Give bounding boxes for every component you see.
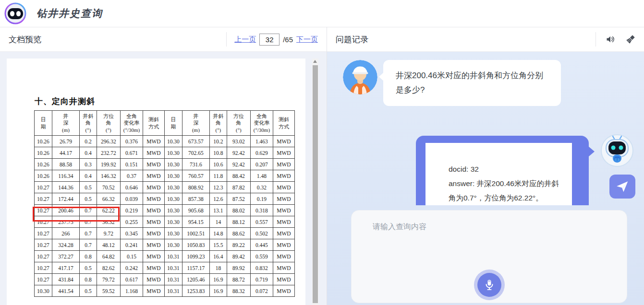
table-cell: 1050.83 <box>182 239 209 251</box>
table-cell: 0.502 <box>250 228 273 239</box>
send-button[interactable] <box>609 175 635 199</box>
table-cell: 10.31 <box>164 285 182 297</box>
table-cell: 44.17 <box>52 147 79 159</box>
bot-avatar-robot-icon: ((·)) <box>600 133 634 168</box>
table-cell: 88.42 <box>227 170 250 182</box>
table-cell: 10.30 <box>164 159 182 170</box>
table-cell: 9.72 <box>97 228 120 239</box>
table-cell: 10.6 <box>210 159 227 170</box>
table-cell: 0.376 <box>120 136 143 147</box>
bot-answer-bubble: docid: 32 answer: 井深200.46米对应的井斜角为0.7°，方… <box>416 136 589 205</box>
send-icon <box>616 180 629 193</box>
table-cell: 116.34 <box>52 170 79 182</box>
table-cell: 144.36 <box>52 182 79 193</box>
scroll-up-icon[interactable] <box>313 60 317 63</box>
table-cell: 0.19 <box>250 193 273 205</box>
table-cell: MWD <box>143 251 164 262</box>
table-cell: 0.4 <box>80 147 97 159</box>
table-cell: 10.30 <box>164 182 182 193</box>
table-cell: 92.42 <box>227 159 250 170</box>
prev-page-link[interactable]: 上一页 <box>234 35 256 44</box>
table-row: 10.2644.170.4232.720.671MWD10.30702.6510… <box>35 147 295 159</box>
table-cell: 89.92 <box>227 262 250 274</box>
table-cell: 10.27 <box>35 262 52 274</box>
table-cell: 10.30 <box>164 170 182 182</box>
survey-table-head-row: 日 期井 深 (m)井斜 角 (°)方位 角 (°)全角 变化率 (°/30m)… <box>35 111 295 136</box>
table-row: 10.30441.540.559.521.168MWD10.311253.831… <box>35 285 295 297</box>
table-cell: 0.345 <box>120 228 143 239</box>
table-cell: 13.1 <box>210 205 227 216</box>
table-cell: 10.2 <box>210 136 227 147</box>
bot-answer-line: answer: 井深200.46米对应的井斜角为0.7°，方位角为62.22°。 <box>449 176 565 205</box>
table-cell: 88.62 <box>227 228 250 239</box>
column-header: 测斜 方式 <box>143 111 164 136</box>
table-cell: 10.27 <box>35 216 52 228</box>
table-cell: 10.26 <box>35 170 52 182</box>
table-cell: 88.12 <box>227 216 250 228</box>
bot-answer-content: docid: 32 answer: 井深200.46米对应的井斜角为0.7°，方… <box>425 143 572 205</box>
column-header: 日 期 <box>35 111 52 136</box>
table-cell: 10.30 <box>164 136 182 147</box>
volume-icon[interactable] <box>606 35 615 44</box>
table-cell: 16.9 <box>210 285 227 297</box>
scrollbar-thumb[interactable] <box>313 65 318 303</box>
table-cell: 88.58 <box>52 159 79 170</box>
table-cell: 1253.83 <box>182 285 209 297</box>
table-cell: 89.42 <box>227 251 250 262</box>
table-cell: 66.32 <box>97 193 120 205</box>
table-cell: 88.72 <box>227 274 250 285</box>
user-message: 井深200.46米对应的井斜角和方位角分别是多少? <box>343 60 561 106</box>
table-cell: 0.151 <box>120 159 143 170</box>
survey-table-body: 10.2626.790.2296.320.376MWD10.30673.5710… <box>35 136 295 297</box>
table-cell: 200.46 <box>52 205 79 216</box>
document-preview-panel: 文档预览 上一页 /65 下一页 十、定向井测斜 <box>0 27 327 305</box>
clean-icon[interactable] <box>626 35 635 44</box>
table-cell: 0.832 <box>250 262 273 274</box>
table-cell: 92.42 <box>227 147 250 159</box>
table-cell: MWD <box>143 239 164 251</box>
app-logo-robot-icon <box>4 2 27 25</box>
next-page-link[interactable]: 下一页 <box>296 35 318 44</box>
table-cell: 0.072 <box>250 285 273 297</box>
table-cell: MWD <box>273 251 294 262</box>
table-cell: 10.27 <box>35 228 52 239</box>
table-cell: MWD <box>143 147 164 159</box>
table-cell: 89.22 <box>227 239 250 251</box>
vertical-scrollbar[interactable] <box>312 59 318 305</box>
table-cell: 1157.17 <box>182 262 209 274</box>
table-cell: 0.8 <box>80 274 97 285</box>
table-cell: 10.30 <box>164 147 182 159</box>
table-cell: MWD <box>273 205 294 216</box>
table-cell: MWD <box>273 228 294 239</box>
table-cell: 441.54 <box>52 285 79 297</box>
table-cell: 954.15 <box>182 216 209 228</box>
column-header: 井斜 角 (°) <box>210 111 227 136</box>
user-avatar <box>343 60 377 94</box>
query-input[interactable] <box>373 222 603 275</box>
table-row: 10.27200.460.762.220.219MWD10.30905.6813… <box>35 205 295 216</box>
table-row: 10.27144.360.570.520.646MWD10.30808.9212… <box>35 182 295 193</box>
table-cell: MWD <box>143 274 164 285</box>
table-cell: 172.44 <box>52 193 79 205</box>
table-cell: 26.79 <box>52 136 79 147</box>
chat-area: 井深200.46米对应的井斜角和方位角分别是多少? docid: 32 answ… <box>327 52 644 305</box>
column-header: 全角 变化率 (°/30m) <box>250 111 273 136</box>
table-cell: 673.57 <box>182 136 209 147</box>
page-number-input[interactable] <box>259 34 279 46</box>
svg-text:((·)): ((·)) <box>615 158 619 161</box>
table-cell: 808.92 <box>182 182 209 193</box>
question-record-panel: 问题记录 <box>327 27 644 305</box>
table-cell: 1205.46 <box>182 274 209 285</box>
table-cell: MWD <box>273 182 294 193</box>
table-cell: 0.629 <box>250 147 273 159</box>
table-cell: 10.27 <box>35 205 52 216</box>
table-cell: 199.92 <box>97 159 120 170</box>
table-cell: 324.28 <box>52 239 79 251</box>
table-cell: 10.8 <box>210 147 227 159</box>
table-cell: 0.5 <box>80 262 97 274</box>
microphone-button[interactable] <box>477 273 501 297</box>
table-cell: MWD <box>143 262 164 274</box>
table-cell: 146.32 <box>97 170 120 182</box>
chat-panel-title: 问题记录 <box>336 34 368 45</box>
table-row: 10.27372.270.864.820.15MWD10.311099.2316… <box>35 251 295 262</box>
